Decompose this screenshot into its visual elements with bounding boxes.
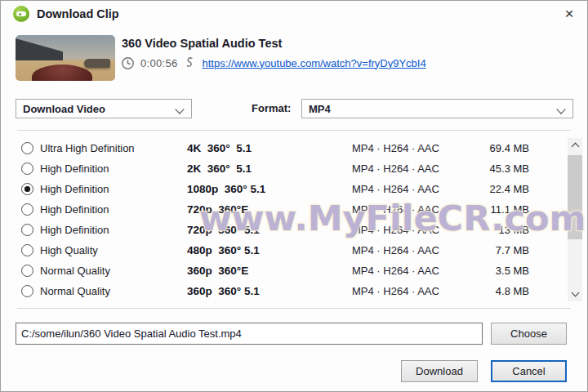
format-label: Format: [252,99,291,118]
size-label: 7.7 MB [496,240,529,261]
radio-selected-icon[interactable] [21,183,33,195]
format-value: MP4 [309,103,331,115]
quality-label: Normal Quality [40,281,110,301]
separator [17,308,571,309]
codec-label: MP4 · H264 · AAC [352,261,439,281]
scroll-down-icon[interactable] [568,287,582,301]
size-label: 45.3 MB [490,158,529,179]
download-button[interactable]: Download [401,360,478,382]
resolution-label: 720p 360° 5.1 [187,220,260,240]
scrollbar[interactable] [568,138,582,301]
radio-icon[interactable] [21,142,33,154]
quality-label: High Definition [40,220,109,240]
quality-label: High Definition [40,199,109,220]
scrollbar-thumb[interactable] [568,155,582,239]
codec-label: MP4 · H264 · AAC [352,158,439,179]
radio-icon[interactable] [21,163,33,175]
size-label: 4.8 MB [496,281,529,301]
resolution-label: 720p 360°E [187,199,248,220]
download-mode-select[interactable]: Download Video [16,99,192,118]
size-label: 69.4 MB [490,138,529,158]
clock-icon [121,56,135,70]
resolution-label: 360p 360° 5.1 [187,281,260,301]
video-meta: 0:00:56 https://www.youtube.com/watch?v=… [121,55,426,71]
quality-row[interactable]: High Definition2K 360° 5.1MP4 · H264 · A… [1,158,567,179]
codec-label: MP4 · H264 · AAC [352,240,439,261]
title-bar: Download Clip × [1,1,587,27]
video-title: 360 Video Spatial Audio Test [122,37,282,50]
radio-icon[interactable] [21,203,33,216]
resolution-label: 360p 360°E [187,261,248,281]
resolution-label: 4K 360° 5.1 [187,138,252,158]
quality-row[interactable]: High Definition720p 360°EMP4 · H264 · AA… [1,199,567,220]
quality-label: High Quality [40,240,98,261]
quality-row[interactable]: High Definition720p 360° 5.1MP4 · H264 ·… [1,220,567,240]
codec-label: MP4 · H264 · AAC [352,179,439,199]
window-title: Download Clip [37,1,119,27]
choose-button[interactable]: Choose [491,323,567,345]
scroll-up-icon[interactable] [568,138,582,153]
link-icon [183,56,196,69]
save-path-input[interactable] [16,323,483,345]
duration-label: 0:00:56 [140,57,177,69]
download-clip-dialog: Download Clip × 360 Video Spatial Audio … [0,0,588,392]
quality-row[interactable]: Ultra High Definition4K 360° 5.1MP4 · H2… [1,138,567,158]
quality-label: Ultra High Definition [40,138,135,158]
codec-label: MP4 · H264 · AAC [352,281,439,301]
size-label: 13 MB [498,220,529,240]
resolution-label: 480p 360° 5.1 [187,240,260,261]
size-label: 3.5 MB [496,261,529,281]
app-logo-icon [13,6,29,22]
chevron-down-icon [556,105,565,114]
resolution-label: 2K 360° 5.1 [187,158,252,179]
resolution-label: 1080p 360° 5.1 [187,179,265,199]
radio-icon[interactable] [21,244,33,256]
size-label: 22.4 MB [490,179,529,199]
quality-label: Normal Quality [40,261,110,281]
quality-row[interactable]: Normal Quality360p 360°EMP4 · H264 · AAC… [1,261,567,281]
radio-icon[interactable] [21,265,33,277]
download-mode-value: Download Video [23,103,105,115]
quality-row[interactable]: High Definition1080p 360° 5.1MP4 · H264 … [1,179,567,199]
chevron-down-icon [175,105,184,114]
codec-label: MP4 · H264 · AAC [352,220,439,240]
video-url-link[interactable]: https://www.youtube.com/watch?v=fryDy9Yc… [202,57,425,69]
separator [17,130,571,131]
radio-icon[interactable] [21,224,33,236]
quality-row[interactable]: High Quality480p 360° 5.1MP4 · H264 · AA… [1,240,567,261]
close-icon[interactable]: × [558,2,581,25]
quality-list: Ultra High Definition4K 360° 5.1MP4 · H2… [1,138,567,301]
size-label: 11.1 MB [491,199,529,220]
cancel-button[interactable]: Cancel [491,360,567,382]
quality-label: High Definition [40,158,109,179]
quality-label: High Definition [40,179,109,199]
quality-row[interactable]: Normal Quality360p 360° 5.1MP4 · H264 · … [1,281,567,301]
codec-label: MP4 · H264 · AAC [352,138,439,158]
codec-label: MP4 · H264 · AAC [352,199,439,220]
radio-icon[interactable] [21,285,33,297]
format-select[interactable]: MP4 [301,99,573,118]
video-thumbnail [16,35,115,81]
